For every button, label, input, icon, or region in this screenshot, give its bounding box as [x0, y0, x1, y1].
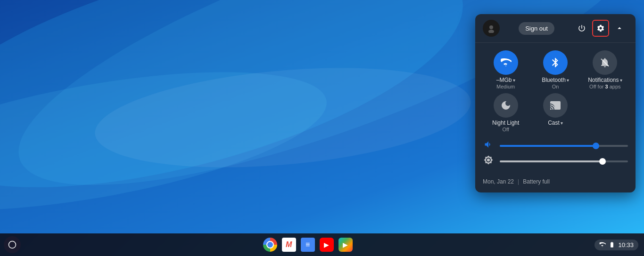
bluetooth-toggle-button[interactable]: [543, 50, 568, 75]
cast-toggle-button[interactable]: [543, 93, 568, 118]
brightness-icon: [483, 155, 494, 167]
svg-point-6: [488, 30, 494, 33]
notifications-sublabel: Off for 3 apps: [589, 84, 620, 89]
cast-label: Cast ▾: [548, 120, 563, 126]
desktop: Sign out –MGb: [0, 0, 644, 256]
bluetooth-toggle[interactable]: Bluetooth ▾ On: [532, 50, 578, 89]
nightlight-toggle-button[interactable]: [494, 93, 518, 118]
sign-out-button[interactable]: Sign out: [519, 22, 554, 35]
bluetooth-label: Bluetooth ▾: [542, 77, 569, 83]
svg-point-8: [9, 241, 16, 248]
brightness-track[interactable]: [500, 160, 628, 162]
svg-point-5: [489, 25, 493, 29]
brightness-slider-row: [483, 155, 628, 167]
launcher-button[interactable]: [4, 236, 21, 253]
taskbar: M ≡ ▶ ▶ 10:33: [0, 233, 644, 256]
avatar: [483, 20, 500, 37]
volume-icon: [483, 140, 494, 152]
svg-point-4: [91, 55, 475, 181]
wifi-toggle-button[interactable]: [494, 50, 518, 75]
volume-track[interactable]: [500, 145, 628, 147]
quick-settings-panel: Sign out –MGb: [475, 14, 636, 192]
notifications-toggle-button[interactable]: [593, 50, 617, 75]
toggles-row-2: Night Light Off Cast ▾: [475, 93, 636, 136]
panel-header: Sign out: [475, 14, 636, 43]
power-button[interactable]: [573, 20, 590, 37]
notifications-toggle[interactable]: Notifications ▾ Off for 3 apps: [582, 50, 628, 89]
header-icons: [573, 20, 628, 37]
taskbar-right: 10:33: [594, 240, 644, 250]
taskbar-left: [0, 236, 21, 253]
taskbar-chrome-icon[interactable]: [262, 236, 279, 253]
taskbar-youtube-icon[interactable]: ▶: [318, 236, 335, 253]
tray-time: 10:33: [618, 241, 634, 248]
wifi-toggle[interactable]: –MGb ▾ Medium: [483, 50, 528, 89]
volume-slider-row: [483, 140, 628, 152]
nightlight-sublabel: Off: [502, 127, 509, 132]
sliders-section: [475, 136, 636, 175]
bluetooth-sublabel: On: [552, 84, 559, 89]
svg-point-2: [0, 45, 336, 233]
nightlight-toggle[interactable]: Night Light Off: [483, 93, 528, 132]
wifi-sublabel: Medium: [496, 84, 515, 89]
taskbar-docs-icon[interactable]: ≡: [299, 236, 316, 253]
taskbar-playstore-icon[interactable]: ▶: [337, 236, 354, 253]
system-tray[interactable]: 10:33: [594, 240, 638, 250]
nightlight-label: Night Light: [492, 120, 519, 126]
taskbar-apps: M ≡ ▶ ▶: [21, 236, 594, 253]
svg-point-1: [0, 0, 486, 233]
toggles-row-1: –MGb ▾ Medium Bluetooth ▾ On: [475, 43, 636, 93]
settings-button[interactable]: [592, 20, 609, 37]
collapse-button[interactable]: [611, 20, 628, 37]
panel-footer: Mon, Jan 22 | Battery full: [475, 175, 636, 185]
notifications-label: Notifications ▾: [588, 77, 622, 83]
footer-battery: Battery full: [523, 178, 550, 185]
wifi-label: –MGb ▾: [496, 77, 515, 83]
footer-date: Mon, Jan 22: [483, 178, 514, 185]
taskbar-gmail-icon[interactable]: M: [281, 236, 297, 253]
footer-divider: |: [518, 178, 519, 185]
cast-toggle[interactable]: Cast ▾: [532, 93, 578, 132]
